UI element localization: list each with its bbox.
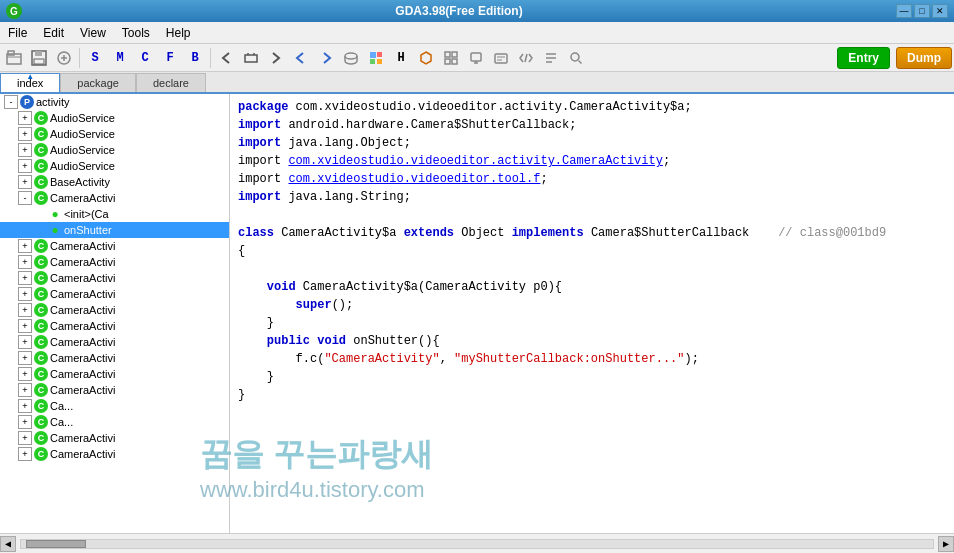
tree-item-s11[interactable]: +CCameraActivi: [0, 270, 229, 286]
tree-label-s2: AudioService: [50, 128, 115, 140]
scroll-left-btn[interactable]: ◀: [0, 536, 16, 552]
tree-item-s14[interactable]: +CCameraActivi: [0, 318, 229, 334]
entry-button[interactable]: Entry: [837, 47, 890, 69]
tab-package[interactable]: package: [60, 73, 136, 92]
tb-xml-btn[interactable]: [52, 46, 76, 70]
tb-h-btn[interactable]: H: [389, 46, 413, 70]
scrollbar-track[interactable]: [20, 539, 934, 549]
tree-expand-s22[interactable]: +: [18, 447, 32, 461]
horizontal-scrollbar[interactable]: ◀ ▶: [0, 533, 954, 553]
tree-item-s7[interactable]: ●<init>(Ca: [0, 206, 229, 222]
tree-item-s10[interactable]: +CCameraActivi: [0, 254, 229, 270]
tree-expand-s5[interactable]: +: [18, 175, 32, 189]
tree-item-s5[interactable]: +CBaseActivity: [0, 174, 229, 190]
code-line-0: package com.xvideostudio.videoeditor.act…: [238, 98, 946, 116]
tree-item-s4[interactable]: +CAudioService: [0, 158, 229, 174]
tree-item-s21[interactable]: +CCameraActivi: [0, 430, 229, 446]
tab-declare[interactable]: declare: [136, 73, 206, 92]
tree-item-s1[interactable]: +CAudioService: [0, 110, 229, 126]
minimize-button[interactable]: —: [896, 4, 912, 18]
tb-s-btn[interactable]: S: [83, 46, 107, 70]
tree-expand-s12[interactable]: +: [18, 287, 32, 301]
scrollbar-thumb[interactable]: [26, 540, 86, 548]
titlebar-controls: — □ ✕: [896, 4, 948, 18]
svg-rect-4: [34, 59, 44, 64]
tree-expand-s10[interactable]: +: [18, 255, 32, 269]
scroll-right-btn[interactable]: ▶: [938, 536, 954, 552]
tb-f-btn[interactable]: F: [158, 46, 182, 70]
tree-expand-s2[interactable]: +: [18, 127, 32, 141]
svg-rect-16: [452, 59, 457, 64]
tree-expand-s1[interactable]: +: [18, 111, 32, 125]
tb-save-btn[interactable]: [27, 46, 51, 70]
tb-code-btn[interactable]: [514, 46, 538, 70]
tree-item-s6[interactable]: -CCameraActivi: [0, 190, 229, 206]
menu-item-tools[interactable]: Tools: [114, 22, 158, 43]
tree-label-s13: CameraActivi: [50, 304, 115, 316]
tree-item-s15[interactable]: +CCameraActivi: [0, 334, 229, 350]
tree-expand-s18[interactable]: +: [18, 383, 32, 397]
tree-item-s17[interactable]: +CCameraActivi: [0, 366, 229, 382]
tb-ks-btn[interactable]: [489, 46, 513, 70]
tree-root[interactable]: - P activity: [0, 94, 229, 110]
menu-item-file[interactable]: File: [0, 22, 35, 43]
tb-sm-btn[interactable]: [364, 46, 388, 70]
tree-expand-s3[interactable]: +: [18, 143, 32, 157]
code-line-16: }: [238, 386, 946, 404]
tree-expand-s6[interactable]: -: [18, 191, 32, 205]
tree-expand-s9[interactable]: +: [18, 239, 32, 253]
toolbar-sep-2: [210, 48, 211, 68]
tree-item-s20[interactable]: +CCa...: [0, 414, 229, 430]
tree-expand-s13[interactable]: +: [18, 303, 32, 317]
tree-expand-s16[interactable]: +: [18, 351, 32, 365]
tree-expand-s19[interactable]: +: [18, 399, 32, 413]
menu-item-edit[interactable]: Edit: [35, 22, 72, 43]
tb-hex-btn[interactable]: [414, 46, 438, 70]
tree-item-s9[interactable]: +CCameraActivi: [0, 238, 229, 254]
tb-m-btn[interactable]: M: [108, 46, 132, 70]
tb-more-btn[interactable]: [539, 46, 563, 70]
tree-item-s19[interactable]: +CCa...: [0, 398, 229, 414]
dump-button[interactable]: Dump: [896, 47, 952, 69]
tree-expand-s4[interactable]: +: [18, 159, 32, 173]
tab-index[interactable]: ▲ index: [0, 73, 60, 92]
tree-root-expand[interactable]: -: [4, 95, 18, 109]
tree-item-s18[interactable]: +CCameraActivi: [0, 382, 229, 398]
tree-expand-s11[interactable]: +: [18, 271, 32, 285]
tb-back2-btn[interactable]: [214, 46, 238, 70]
maximize-button[interactable]: □: [914, 4, 930, 18]
tb-forward2-btn[interactable]: [264, 46, 288, 70]
tb-dev-btn[interactable]: [464, 46, 488, 70]
tb-search-btn[interactable]: [564, 46, 588, 70]
tree-item-s12[interactable]: +CCameraActivi: [0, 286, 229, 302]
close-button[interactable]: ✕: [932, 4, 948, 18]
tb-c-btn[interactable]: C: [133, 46, 157, 70]
tabbar: ▲ index package declare: [0, 72, 954, 94]
tb-nav-btn[interactable]: [239, 46, 263, 70]
tree-expand-s15[interactable]: +: [18, 335, 32, 349]
svg-rect-11: [377, 59, 382, 64]
tb-pkg-btn[interactable]: [339, 46, 363, 70]
svg-rect-3: [35, 51, 42, 56]
tb-grid-btn[interactable]: [439, 46, 463, 70]
tree-item-s22[interactable]: +CCameraActivi: [0, 446, 229, 462]
titlebar: G GDA3.98(Free Edition) — □ ✕: [0, 0, 954, 22]
tb-forward-btn[interactable]: [314, 46, 338, 70]
tree-label-s14: CameraActivi: [50, 320, 115, 332]
code-editor[interactable]: package com.xvideostudio.videoeditor.act…: [230, 94, 954, 533]
tree-item-s2[interactable]: +CAudioService: [0, 126, 229, 142]
tree-item-s16[interactable]: +CCameraActivi: [0, 350, 229, 366]
tree-item-s13[interactable]: +CCameraActivi: [0, 302, 229, 318]
menu-item-help[interactable]: Help: [158, 22, 199, 43]
tree-expand-s17[interactable]: +: [18, 367, 32, 381]
tb-open-btn[interactable]: [2, 46, 26, 70]
tree-expand-s14[interactable]: +: [18, 319, 32, 333]
tb-b-btn[interactable]: B: [183, 46, 207, 70]
tree-expand-s21[interactable]: +: [18, 431, 32, 445]
tb-back-btn[interactable]: [289, 46, 313, 70]
menu-item-view[interactable]: View: [72, 22, 114, 43]
tree-label-s15: CameraActivi: [50, 336, 115, 348]
tree-expand-s20[interactable]: +: [18, 415, 32, 429]
tree-item-s3[interactable]: +CAudioService: [0, 142, 229, 158]
tree-item-s8[interactable]: ●onShutter: [0, 222, 229, 238]
